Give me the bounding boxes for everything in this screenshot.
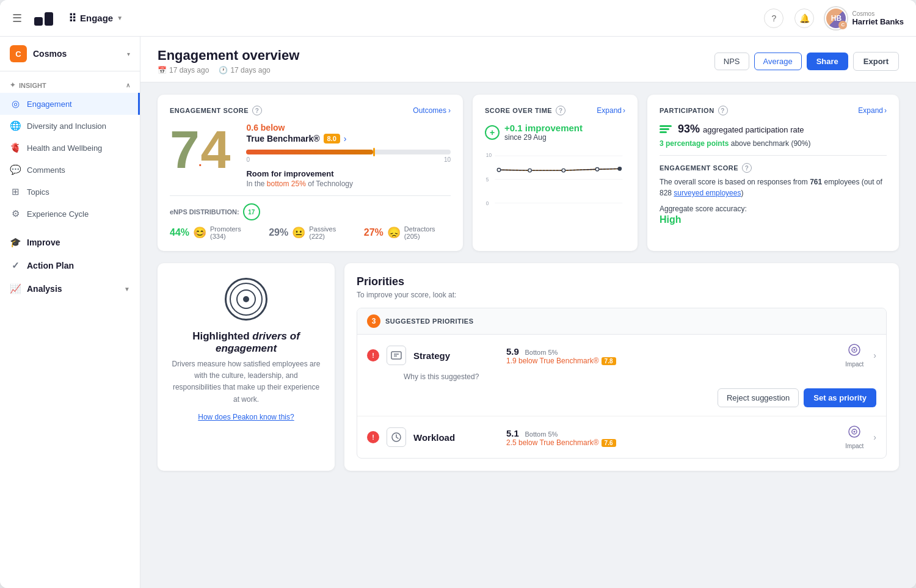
strategy-impact-label: Impact [845, 361, 863, 368]
health-icon: 🫀 [10, 142, 21, 153]
org-switcher[interactable]: C Cosmos ▾ [0, 37, 140, 71]
drivers-learn-more-link[interactable]: How does Peakon know this? [198, 413, 294, 421]
svg-text:15 Aug: 15 Aug [493, 208, 507, 209]
sidebar-item-health[interactable]: 🫀 Health and Wellbeing [0, 137, 140, 159]
score-dot: . [198, 156, 200, 168]
score-over-time-title: SCORE OVER TIME [485, 107, 552, 114]
participation-expand-chevron-icon: › [884, 106, 887, 115]
sidebar-item-improve[interactable]: 🎓 Improve [0, 231, 140, 254]
score-over-time-info-icon[interactable]: ? [556, 106, 565, 115]
participation-score-section-title: ENGAGEMENT SCORE ? [660, 163, 887, 173]
svg-point-24 [854, 431, 856, 433]
workload-expand-icon[interactable]: › [873, 432, 876, 442]
enps-label: eNPS DISTRIBUTION: 17 [170, 203, 451, 220]
drivers-title: Highlighted drivers of engagement [170, 330, 322, 355]
average-tab[interactable]: Average [754, 53, 802, 70]
priorities-subtitle: To improve your score, look at: [357, 291, 887, 299]
participation-score-info-icon[interactable]: ? [742, 163, 752, 173]
passives-pct: 29% [269, 227, 288, 238]
outcomes-link[interactable]: Outcomes › [413, 106, 451, 115]
svg-rect-15 [391, 352, 401, 359]
score-over-time-card: SCORE OVER TIME ? Expand › + +0.1 im [473, 95, 638, 251]
sidebar-item-comments[interactable]: 💬 Comments [0, 159, 140, 181]
participation-info-icon[interactable]: ? [718, 106, 728, 115]
engagement-score-info-icon[interactable]: ? [252, 106, 262, 115]
strategy-alert-icon: ! [367, 349, 379, 361]
app-switcher[interactable]: ⠿ Engage ▼ [68, 12, 123, 25]
svg-text:29 Aug: 29 Aug [553, 208, 567, 209]
diversity-icon: 🌐 [10, 120, 21, 131]
suggested-priorities-group: 3 SUGGESTED PRIORITIES ! S [357, 308, 887, 459]
participation-bars-icon [660, 125, 672, 133]
sidebar-item-diversity-label: Diversity and Inclusion [27, 122, 106, 131]
topics-icon: ⊞ [10, 186, 21, 197]
workload-impact-icon [848, 425, 861, 441]
workload-name: Workload [413, 432, 499, 443]
participation-rate: 93% aggregated participation rate [678, 123, 804, 136]
priorities-title: Priorities [357, 275, 887, 288]
svg-point-7 [528, 169, 532, 172]
notifications-icon[interactable]: 🔔 [794, 9, 814, 28]
app-logo [34, 11, 56, 26]
workload-impact-label: Impact [845, 443, 863, 449]
workload-score-sub: 2.5 below True Benchmark®7.6 [506, 438, 838, 447]
workload-impact-button[interactable]: Impact [845, 425, 863, 449]
detractors-pct: 27% [364, 227, 383, 238]
sidebar-item-engagement[interactable]: ◎ Engagement [0, 93, 140, 115]
strategy-score-sub: 1.9 below True Benchmark®7.8 [506, 357, 838, 365]
target-icon [225, 278, 267, 321]
workload-score-badge: Bottom 5% [525, 430, 558, 438]
surveyed-employees-link[interactable]: surveyed employees [674, 189, 741, 197]
help-icon[interactable]: ? [764, 9, 783, 28]
passives-stat: 29% 😐 Passives (222) [269, 225, 352, 240]
sidebar-item-analysis[interactable]: 📈 Analysis ▼ [0, 277, 140, 300]
strategy-expand-icon[interactable]: › [873, 350, 876, 360]
sidebar-item-topics[interactable]: ⊞ Topics [0, 181, 140, 203]
sidebar-item-diversity[interactable]: 🌐 Diversity and Inclusion [0, 115, 140, 137]
improvement-since: since 29 Aug [504, 133, 583, 142]
svg-text:5 Sep: 5 Sep [587, 208, 598, 209]
share-button[interactable]: Share [807, 53, 848, 70]
insight-section-header[interactable]: ✦ Insight ∧ [0, 78, 140, 93]
svg-point-8 [562, 169, 565, 172]
user-org: Cosmos [852, 10, 904, 17]
participation-card: PARTICIPATION ? Expand › [647, 95, 899, 251]
insight-label: Insight [19, 82, 46, 89]
score-over-time-expand-button[interactable]: Expand › [597, 106, 625, 115]
nps-tab[interactable]: NPS [714, 53, 749, 70]
sidebar-item-improve-label: Improve [27, 238, 60, 247]
user-menu[interactable]: HB C Cosmos Harriet Banks [825, 7, 904, 29]
detractors-label: Detractors (205) [404, 225, 451, 240]
insight-chevron-icon: ∧ [126, 82, 130, 89]
bar-max: 10 [444, 156, 451, 163]
passives-label: Passives (222) [309, 225, 352, 240]
sidebar-item-health-label: Health and Wellbeing [27, 143, 102, 153]
svg-text:22 Aug: 22 Aug [522, 208, 536, 209]
sidebar-item-experience[interactable]: ⚙ Experience Cycle [0, 203, 140, 225]
svg-point-20 [854, 349, 856, 351]
improvement-value: +0.1 improvement [504, 123, 583, 133]
why-suggested-link[interactable]: Why is this suggested? [367, 372, 876, 381]
improvement-sub: In the bottom 25% of Technology [246, 180, 451, 188]
priority-item-strategy: ! Strategy 5.9 Bottom 5% [357, 335, 886, 416]
detractor-icon: 😞 [387, 226, 401, 239]
benchmark-link-icon[interactable]: › [344, 134, 347, 143]
enps-count-badge: 17 [243, 203, 260, 220]
passive-icon: 😐 [292, 226, 305, 239]
strategy-scores: 5.9 Bottom 5% 1.9 below True Benchmark®7… [506, 346, 838, 365]
svg-point-6 [497, 168, 501, 172]
participation-expand-button[interactable]: Expand › [858, 106, 887, 115]
set-as-priority-button[interactable]: Set as priority [804, 388, 876, 407]
strategy-impact-button[interactable]: Impact [845, 343, 863, 368]
drivers-description: Drivers measure how satisfied employees … [170, 358, 322, 405]
export-button[interactable]: Export [853, 52, 899, 71]
clock-icon: 🕐 [219, 66, 228, 74]
app-chevron-icon: ▼ [117, 15, 123, 21]
reject-suggestion-button[interactable]: Reject suggestion [718, 388, 799, 407]
menu-icon[interactable]: ☰ [12, 12, 22, 25]
avatar: HB C [825, 7, 847, 29]
org-name: Cosmos [33, 49, 121, 59]
promoter-icon: 😊 [193, 226, 206, 239]
action-plan-icon: ✓ [10, 260, 21, 271]
sidebar-item-action-plan[interactable]: ✓ Action Plan [0, 254, 140, 277]
